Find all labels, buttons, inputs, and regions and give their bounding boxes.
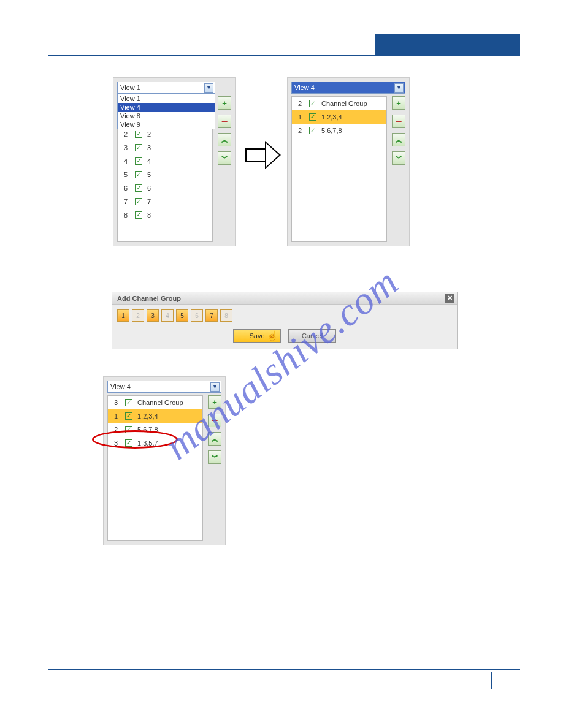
add-button[interactable]: + (392, 96, 405, 110)
checkbox-icon[interactable]: ✓ (125, 426, 132, 433)
move-up-button[interactable]: ︽ (218, 133, 231, 146)
row-label: 1,3,5,7 (137, 439, 158, 447)
header-accent (375, 34, 520, 55)
list-item[interactable]: 2✓2 (118, 127, 212, 141)
list-item[interactable]: 3✓1,3,5,7 (108, 436, 202, 450)
panel-view-right: View 4 ▼ 2✓Channel Group 1✓1,2,3,4 2✓5,6… (287, 77, 410, 246)
remove-button[interactable]: − (218, 115, 231, 128)
move-up-button[interactable]: ︽ (208, 432, 221, 446)
list-item[interactable]: 3✓3 (118, 141, 212, 154)
side-button-column: + − ︽ ︾ (392, 96, 405, 165)
list-header: 3✓Channel Group (108, 396, 202, 409)
checkbox-icon[interactable]: ✓ (125, 439, 132, 447)
dropdown-option[interactable]: View 8 (118, 112, 215, 120)
dropdown-option[interactable]: View 1 (118, 94, 215, 103)
header-rule (48, 55, 520, 56)
chevron-down-icon: ▼ (204, 83, 213, 93)
list-item[interactable]: 4✓4 (118, 154, 212, 168)
row-number: 8 (121, 211, 130, 219)
row-label: Channel Group (321, 100, 367, 107)
row-number: 2 (296, 127, 304, 134)
side-button-column: + − ︽ ︾ (218, 96, 231, 165)
view-dropdown[interactable]: View 4 ▼ (107, 381, 221, 393)
row-label: 1,2,3,4 (321, 113, 342, 121)
list-item[interactable]: 8✓8 (118, 208, 212, 222)
view-dropdown[interactable]: View 1 ▼ (117, 82, 215, 94)
channel-toggle[interactable]: 6 (191, 309, 203, 322)
add-channel-group-dialog: Add Channel Group ✕ 1 2 3 4 5 6 7 8 Save… (112, 292, 458, 349)
dropdown-value: View 1 (120, 84, 140, 91)
add-button[interactable]: + (218, 96, 231, 110)
checkbox-icon[interactable]: ✓ (309, 113, 316, 121)
dropdown-option[interactable]: View 4 (118, 103, 215, 112)
channel-toggle[interactable]: 8 (220, 309, 232, 322)
row-number: 1 (112, 412, 120, 420)
row-number: 5 (121, 171, 130, 178)
dialog-titlebar: Add Channel Group ✕ (112, 292, 457, 305)
arrow-right-icon (245, 140, 282, 170)
checkbox-icon[interactable]: ✓ (135, 198, 142, 205)
list-item[interactable]: 2✓5,6,7,8 (292, 124, 386, 137)
row-number: 2 (112, 426, 120, 433)
row-label: 4 (147, 157, 151, 165)
add-button[interactable]: + (208, 395, 221, 409)
checkbox-icon[interactable]: ✓ (309, 100, 316, 107)
channel-group-list: 2✓Channel Group 1✓1,2,3,4 2✓5,6,7,8 (291, 96, 387, 242)
row-number: 1 (296, 113, 304, 121)
panel-view-bottom: View 4 ▼ 3✓Channel Group 1✓1,2,3,4 2✓5,6… (103, 376, 226, 545)
close-icon[interactable]: ✕ (445, 294, 454, 303)
list-item[interactable]: 5✓5 (118, 168, 212, 181)
row-number: 7 (121, 198, 130, 205)
move-down-button[interactable]: ︾ (392, 151, 405, 165)
row-number: 3 (121, 144, 130, 151)
channel-toggle[interactable]: 4 (161, 309, 174, 322)
move-up-button[interactable]: ︽ (392, 133, 405, 146)
row-label: 5,6,7,8 (321, 127, 342, 134)
checkbox-icon[interactable]: ✓ (125, 412, 132, 420)
channel-toggle[interactable]: 3 (147, 309, 159, 322)
channel-toggle[interactable]: 7 (205, 309, 218, 322)
remove-button[interactable]: − (208, 414, 221, 427)
cancel-button[interactable]: Cancel (288, 329, 336, 343)
row-label: 5 (147, 171, 151, 178)
list-item[interactable]: 1✓1,2,3,4 (108, 409, 202, 423)
checkbox-icon[interactable]: ✓ (135, 131, 142, 138)
row-number: 3 (112, 439, 120, 447)
checkbox-icon[interactable]: ✓ (135, 144, 142, 151)
row-label: 2 (147, 131, 151, 138)
list-item[interactable]: 6✓6 (118, 181, 212, 195)
row-number: 2 (296, 100, 304, 107)
dropdown-options[interactable]: View 1 View 4 View 8 View 9 (117, 94, 215, 129)
channel-toggle[interactable]: 2 (132, 309, 144, 322)
list-item[interactable]: 1✓1,2,3,4 (292, 110, 386, 124)
checkbox-icon[interactable]: ✓ (135, 157, 142, 165)
dropdown-option[interactable]: View 9 (118, 120, 215, 129)
move-down-button[interactable]: ︾ (218, 151, 231, 165)
row-label: 5,6,7,8 (137, 426, 158, 433)
row-number: 6 (121, 184, 130, 192)
row-label: 7 (147, 198, 151, 205)
channel-toggle[interactable]: 1 (117, 309, 129, 322)
view-dropdown[interactable]: View 4 ▼ (291, 82, 405, 94)
hand-cursor-icon: ☝ (267, 330, 278, 341)
row-label: 8 (147, 211, 151, 219)
checkbox-icon[interactable]: ✓ (135, 184, 142, 192)
list-item[interactable]: 7✓7 (118, 195, 212, 208)
dialog-title: Add Channel Group (117, 295, 181, 302)
list-item[interactable]: 2✓5,6,7,8 (108, 423, 202, 436)
side-button-column: + − ︽ ︾ (208, 395, 221, 464)
dropdown-value: View 4 (294, 84, 315, 91)
row-number: 2 (121, 131, 130, 138)
channel-list: 2✓2 3✓3 4✓4 5✓5 6✓6 7✓7 8✓8 (117, 127, 213, 242)
checkbox-icon[interactable]: ✓ (125, 399, 132, 406)
checkbox-icon[interactable]: ✓ (135, 171, 142, 178)
footer-divider (491, 672, 492, 689)
row-label: 1,2,3,4 (137, 412, 158, 420)
channel-number-row: 1 2 3 4 5 6 7 8 (112, 305, 457, 327)
channel-toggle[interactable]: 5 (176, 309, 188, 322)
chevron-down-icon: ▼ (394, 83, 404, 93)
checkbox-icon[interactable]: ✓ (309, 127, 316, 134)
move-down-button[interactable]: ︾ (208, 450, 221, 464)
remove-button[interactable]: − (392, 115, 405, 128)
checkbox-icon[interactable]: ✓ (135, 211, 142, 219)
